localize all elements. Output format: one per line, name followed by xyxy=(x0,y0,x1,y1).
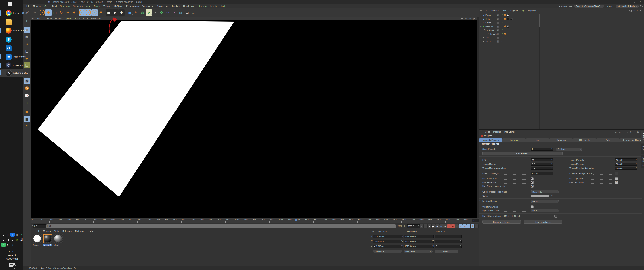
object-row-piano[interactable]: ▰Piano╱✓ xyxy=(480,14,641,17)
go-to-previous-frame-button[interactable]: ◀ xyxy=(428,224,431,228)
scale-tool[interactable]: ◱ xyxy=(52,9,58,16)
close-button[interactable]: × xyxy=(638,0,644,4)
autokeying-button[interactable]: ◉ xyxy=(451,224,455,228)
menubar-item-crea[interactable]: Crea xyxy=(43,5,51,8)
menubar-item-mesh[interactable]: Mesh xyxy=(84,5,92,8)
menubar-item-animazione[interactable]: Animazione xyxy=(140,5,155,8)
object-manager-menu-tag[interactable]: Tag xyxy=(520,10,526,12)
salva-presettaggi-button[interactable]: Salva Presettaggi... xyxy=(524,220,562,224)
eyedropper-icon[interactable]: ✐ xyxy=(551,194,553,197)
subdivision-surface-button[interactable]: ◍ xyxy=(139,9,146,16)
material-label[interactable]: Metal xyxy=(53,244,60,246)
tab-parametri-progetto[interactable]: Parametri Progetto xyxy=(479,138,502,142)
object-manager-menu-modifica[interactable]: Modifica xyxy=(490,10,501,12)
timeline-ruler[interactable]: 0100200300400500600700800900100011001200… xyxy=(30,218,479,223)
phong-tag-icon[interactable] xyxy=(504,18,506,20)
last-used-tool-psr[interactable]: PSR xyxy=(64,9,71,16)
tex-checker-tag-icon[interactable] xyxy=(507,18,510,21)
viewport-canvas[interactable] xyxy=(30,20,477,218)
current-frame-field[interactable]: 0 F xyxy=(33,224,46,228)
visibility-dots[interactable] xyxy=(500,22,500,24)
materials-menu-vista[interactable]: Vista xyxy=(53,230,61,232)
go-to-start-button[interactable]: ⇤ xyxy=(420,224,424,228)
scala-progetto-field[interactable]: 1 xyxy=(531,148,553,151)
volume-icon[interactable]: ◀ xyxy=(6,237,10,242)
lock-y-axis-toggle[interactable]: Y xyxy=(85,9,91,16)
tempo-minimo-anteprima-field[interactable]: 0 F xyxy=(531,167,553,170)
enabled-toggle[interactable]: ✓ xyxy=(501,40,503,42)
material-thumb-nuovo-1[interactable] xyxy=(43,234,52,243)
panel-grip-icon[interactable]: ≡ xyxy=(30,230,35,233)
carica-presettaggi-button[interactable]: Carica Presettaggi... xyxy=(482,220,521,224)
tab-riferimento[interactable]: Riferimento xyxy=(573,138,596,142)
rot-h-field[interactable]: 0 ° xyxy=(435,235,462,238)
filter-icon[interactable]: ⊙ xyxy=(633,10,635,12)
enable-snap-button[interactable]: U xyxy=(24,100,30,106)
forward-icon[interactable]: → xyxy=(619,131,621,133)
visibility-dots[interactable] xyxy=(500,18,500,20)
new-panel-icon[interactable]: ⊞ xyxy=(637,131,639,133)
generator-button[interactable]: ⬈ xyxy=(146,9,152,16)
viewport-menu-filtro[interactable]: Filtro xyxy=(74,18,82,20)
floor-environment-button[interactable]: ▦ xyxy=(178,9,184,16)
taskbar-app-snip-sketch[interactable]: ✎Cattura e an... xyxy=(0,69,24,77)
menubar-item-finestre[interactable]: Finestre xyxy=(208,5,220,8)
menubar-item-tracking[interactable]: Tracking xyxy=(170,5,182,8)
dim-z-field[interactable]: 1618.361 cm xyxy=(404,244,434,248)
object-row-metaball[interactable]: ⊟●Metaball╱✓ xyxy=(480,25,641,29)
record-keyframe-button[interactable]: ● xyxy=(447,224,451,228)
panel-icon[interactable]: ⊞ xyxy=(636,10,638,12)
add-cube-button[interactable]: ◼ xyxy=(126,9,133,16)
redo-button[interactable]: ↷ xyxy=(31,9,38,16)
layer-toggle[interactable]: ╱ xyxy=(497,22,499,24)
side-tab-livelli[interactable]: Livelli xyxy=(641,144,644,154)
menubar-item-mograph[interactable]: MoGraph xyxy=(112,5,125,8)
tab-dynamics[interactable]: Dynamics xyxy=(550,138,572,142)
material-thumb-metal[interactable] xyxy=(54,234,63,243)
zoom-view-icon[interactable]: ⊕ xyxy=(464,17,468,20)
workflow-lineare-checkbox[interactable] xyxy=(531,205,534,208)
expand-chevron-icon[interactable]: › xyxy=(480,200,480,202)
nvidia-icon[interactable]: ◉ xyxy=(15,237,19,242)
mostra-clipping-dropdown[interactable]: Medio xyxy=(531,200,559,203)
materials-menu-modifica[interactable]: Modifica xyxy=(42,230,53,232)
phong-tag-icon[interactable] xyxy=(504,33,506,35)
usa-deformatori-checkbox[interactable] xyxy=(615,181,618,184)
point-mode-button[interactable]: ∷ xyxy=(24,41,30,47)
up-icon[interactable]: ↑ xyxy=(623,131,624,133)
tempo-massimo-field[interactable]: 5000 F xyxy=(615,163,638,166)
keyframe-scale-toggle[interactable]: ◱ xyxy=(463,224,467,228)
taskbar-app-firefox[interactable]: Studio Tecni... xyxy=(0,27,24,35)
menubar-item-aiuto[interactable]: Aiuto xyxy=(220,5,228,8)
taskbar-app-cinema4d[interactable]: CCinema 4D ... xyxy=(0,61,24,70)
menubar-item-personaggio[interactable]: Personaggio xyxy=(125,5,140,8)
enabled-toggle[interactable]: ✓ xyxy=(501,33,503,35)
viewport-menu-camere[interactable]: Camere xyxy=(43,18,54,20)
materials-menu-file[interactable]: File xyxy=(35,230,42,232)
object-row-spline[interactable]: ∿Spline╱✓ xyxy=(480,21,641,25)
range-end-handle[interactable]: ‖ xyxy=(404,225,405,227)
coordinate-system-button[interactable]: ⬒ xyxy=(98,9,104,16)
enabled-toggle[interactable]: ✗ xyxy=(501,37,503,39)
snap-3d-button[interactable]: S xyxy=(24,78,30,84)
deformer-objects-button[interactable]: ↦ xyxy=(165,9,171,16)
snap-2d-button[interactable]: S xyxy=(24,85,30,91)
object-manager-menu-file[interactable]: File xyxy=(483,10,490,12)
epic-games-icon[interactable]: E xyxy=(2,232,6,237)
expand-chevron-icon[interactable]: › xyxy=(480,209,480,211)
search-icon[interactable] xyxy=(640,5,642,8)
panel-menu-icon[interactable]: ▾ xyxy=(640,10,641,12)
panel-grip-icon[interactable]: ≡ xyxy=(371,230,375,233)
pos-y-field[interactable]: -56.593 cm xyxy=(373,240,403,243)
keyframe-parameter-toggle[interactable]: Ⓟ xyxy=(471,224,474,228)
taskbar-app-skype[interactable]: S xyxy=(0,35,24,44)
menubar-item-estensioni[interactable]: Estensioni xyxy=(195,5,208,8)
attribute-menu-modifica[interactable]: Modifica xyxy=(492,131,503,133)
go-to-end-button[interactable]: ⇥ xyxy=(443,224,447,228)
logitech-icon[interactable]: G xyxy=(10,237,14,242)
apply-button[interactable]: Applica xyxy=(435,249,458,253)
field-objects-button[interactable]: ◗ xyxy=(171,9,178,16)
enabled-toggle[interactable]: ✓ xyxy=(501,29,503,31)
rot-p-field[interactable]: 0 ° xyxy=(435,240,462,243)
preview-range-bar[interactable]: ‖ 0 F xyxy=(46,224,396,228)
